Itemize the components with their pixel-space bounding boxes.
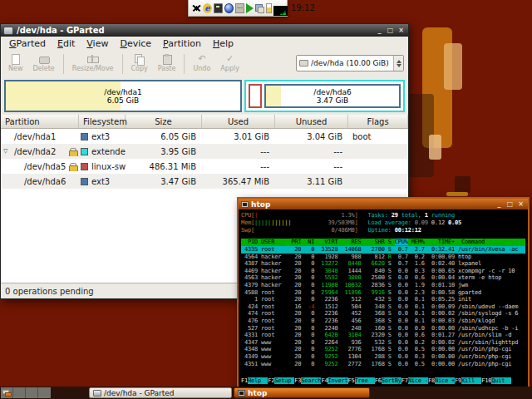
menu-help[interactable]: Help bbox=[207, 37, 239, 50]
fkey-label-nice[interactable]: Nice - bbox=[408, 377, 428, 384]
column-header-filesystem[interactable]: Filesystem bbox=[79, 115, 126, 128]
menu-device[interactable]: Device bbox=[114, 37, 157, 50]
partition-table-header: PartitionFilesystemSizeUsedUnusedFlags bbox=[1, 115, 408, 129]
process-row[interactable]: 4563 hacker 20 0 5592 3080 2500 S 0.0 0.… bbox=[241, 274, 525, 282]
fkey-f10[interactable]: F10 bbox=[481, 377, 491, 384]
spider-icon[interactable] bbox=[192, 3, 201, 13]
installer-icon[interactable] bbox=[255, 3, 264, 13]
column-header-unused[interactable]: Unused bbox=[275, 115, 348, 128]
pager-desktop-2[interactable] bbox=[13, 387, 26, 398]
table-row[interactable]: /dev/hda5linux-swap486.31 MiB------ bbox=[1, 159, 408, 174]
column-header-used[interactable]: Used bbox=[202, 115, 275, 128]
task-label: htop bbox=[248, 389, 267, 397]
process-row[interactable]: 474 root 20 0 2236 452 368 S 0.0 0.1 0:0… bbox=[241, 310, 525, 318]
combo-spinner[interactable] bbox=[393, 56, 403, 71]
partition-visual-hda6[interactable]: /dev/hda6 3.47 GiB bbox=[264, 84, 401, 108]
fkey-label-tree[interactable]: Tree bbox=[355, 377, 375, 384]
fkey-label-setup[interactable]: Setup bbox=[274, 377, 294, 384]
pager-desktop-3[interactable] bbox=[26, 387, 38, 398]
expander-icon[interactable]: ▽ bbox=[3, 148, 7, 155]
fkey-f2[interactable]: F2 bbox=[268, 377, 274, 384]
play-icon[interactable] bbox=[246, 3, 254, 13]
cpu-graph-icon[interactable] bbox=[273, 3, 288, 13]
battery-icon[interactable] bbox=[266, 3, 272, 13]
fkey-f9[interactable]: F9 bbox=[455, 377, 461, 384]
process-row[interactable]: 4331 root 20 0 6420 3104 2320 S 0.0 0.6 … bbox=[241, 332, 525, 339]
resizemove-button[interactable]: Resize/Move bbox=[67, 52, 119, 72]
fkey-label-sortby[interactable]: SortBy bbox=[382, 377, 401, 384]
table-row[interactable]: /dev/hda6ext33.47 GiB365.47 MiB3.11 GiB bbox=[1, 174, 408, 189]
partition-visual-extended[interactable]: /dev/hda6 3.47 GiB bbox=[244, 80, 405, 112]
htop-terminal[interactable]: CPU[| 1.3%] Tasks: 29 total, 1 runningMe… bbox=[239, 209, 528, 387]
desktop-pager[interactable] bbox=[1, 387, 51, 398]
fkey-f8[interactable]: F8 bbox=[428, 377, 435, 384]
process-row[interactable]: 424 root 16 -4 1512 504 348 S 0.0 0.1 0:… bbox=[241, 303, 525, 311]
column-header-size[interactable]: Size bbox=[126, 115, 202, 128]
menu-edit[interactable]: Edit bbox=[52, 37, 81, 50]
new-button[interactable]: New bbox=[3, 52, 27, 72]
column-header-partition[interactable]: Partition bbox=[1, 115, 79, 128]
process-row[interactable]: 4335 root 20 0 33528 14068 2700 S 0.7 2.… bbox=[241, 246, 525, 254]
process-row[interactable]: 1 root 20 0 2236 512 432 S 0.0 0.1 0:05.… bbox=[241, 296, 525, 303]
fkey-label-invert[interactable]: Invert bbox=[328, 377, 347, 384]
maximize-button[interactable]: □ bbox=[386, 27, 395, 35]
fkey-label-search[interactable]: Search bbox=[301, 377, 321, 384]
fkey-label-help[interactable]: Help bbox=[248, 377, 268, 384]
process-row[interactable]: 527 root 20 0 2240 248 160 S 0.0 0.0 0:0… bbox=[241, 325, 525, 332]
process-row[interactable]: 4469 hacker 20 0 3048 1444 840 S 0.0 0.3… bbox=[241, 268, 525, 275]
menu-gparted[interactable]: GParted bbox=[3, 37, 52, 50]
process-row[interactable]: 4588 root 20 0 25964 11896 9916 S 0.0 2.… bbox=[241, 289, 525, 297]
package-icon[interactable] bbox=[235, 3, 244, 13]
column-header-flags[interactable]: Flags bbox=[348, 115, 408, 128]
process-row[interactable]: 4564 hacker 20 0 1928 988 812 R 0.7 0.2 … bbox=[241, 254, 525, 261]
pager-desktop-1[interactable] bbox=[1, 387, 13, 398]
toolbar-separator bbox=[63, 54, 64, 74]
menu-view[interactable]: View bbox=[81, 37, 114, 50]
fkey-f5[interactable]: F5 bbox=[348, 377, 355, 384]
apply-button[interactable]: ✓Apply bbox=[215, 52, 244, 72]
process-row[interactable]: 4387 hacker 20 0 13272 8440 6620 S 0.7 1… bbox=[241, 260, 525, 268]
copy-button[interactable]: Copy bbox=[126, 52, 153, 72]
fkey-label-nice[interactable]: Nice + bbox=[435, 377, 455, 384]
partition-visual-hda1-name: /dev/hda1 bbox=[104, 88, 141, 96]
process-row[interactable]: 4348 www 20 0 9252 2776 1768 S 0.0 0.5 0… bbox=[241, 346, 525, 353]
fkey-f6[interactable]: F6 bbox=[375, 377, 382, 384]
minimize-button[interactable]: _ bbox=[375, 27, 384, 35]
paste-button[interactable]: Paste bbox=[153, 52, 181, 72]
browser-e-icon[interactable]: e bbox=[203, 3, 212, 13]
minimize-button[interactable]: _ bbox=[495, 200, 504, 209]
table-row[interactable]: ▽/dev/hda2extended3.95 GiB------ bbox=[1, 144, 408, 159]
maximize-button[interactable]: □ bbox=[505, 200, 515, 209]
filesystem-color-swatch bbox=[81, 163, 88, 170]
table-row[interactable]: /dev/hda1ext36.05 GiB3.01 GiB3.04 GiBboo… bbox=[1, 129, 408, 144]
process-table-header[interactable]: PID USER PRI NI VIRT RES SHR S CPU% MEM%… bbox=[241, 239, 525, 246]
toolbar-label: Undo bbox=[193, 65, 210, 72]
partition-visual-swap[interactable] bbox=[249, 84, 262, 108]
gparted-titlebar[interactable]: /dev/hda - GParted _ □ × bbox=[1, 24, 408, 37]
device-selector-combo[interactable]: /dev/hda (10.00 GiB) bbox=[296, 55, 404, 71]
close-button[interactable]: × bbox=[516, 200, 525, 209]
fkey-f7[interactable]: F7 bbox=[401, 377, 408, 384]
toolbar-label: New bbox=[8, 65, 22, 72]
delete-button[interactable]: Delete bbox=[27, 52, 59, 72]
fkey-label-kill[interactable]: Kill bbox=[461, 377, 481, 384]
close-button[interactable]: × bbox=[397, 27, 406, 35]
process-row[interactable]: 476 root 20 0 2236 456 368 S 0.0 0.1 0:0… bbox=[241, 318, 525, 325]
globe-icon[interactable] bbox=[224, 3, 234, 13]
partition-visual-hda1[interactable]: /dev/hda1 6.05 GiB bbox=[4, 80, 242, 112]
process-row[interactable]: 4351 www 20 0 9252 2772 1768 S 0.0 0.5 0… bbox=[241, 361, 525, 368]
size-cell: 3.47 GiB bbox=[126, 177, 202, 186]
gparted-toolbar: NewDeleteResize/MoveCopyPaste↶Undo✓Apply… bbox=[1, 51, 408, 77]
taskbar-button-htop[interactable]: htop bbox=[234, 387, 370, 398]
fkey-label-quit[interactable]: Quit bbox=[491, 377, 511, 384]
menu-partition[interactable]: Partition bbox=[157, 37, 207, 50]
terminal-icon[interactable] bbox=[214, 3, 223, 13]
htop-titlebar[interactable]: htop _ □ × bbox=[239, 199, 528, 209]
fkey-f1[interactable]: F1 bbox=[241, 377, 248, 384]
taskbar-button-gparted[interactable]: /dev/hda - GParted bbox=[89, 387, 232, 398]
process-row[interactable]: 4379 hacker 20 0 11980 10032 2836 S 0.0 … bbox=[241, 282, 525, 289]
process-row[interactable]: 4349 www 20 0 9252 1304 288 S 0.0 0.3 0:… bbox=[241, 353, 525, 361]
pager-desktop-4[interactable] bbox=[38, 387, 51, 398]
undo-button[interactable]: ↶Undo bbox=[188, 52, 215, 72]
process-row[interactable]: 4347 www 20 0 2264 936 532 S 0.0 0.2 0:0… bbox=[241, 339, 525, 347]
